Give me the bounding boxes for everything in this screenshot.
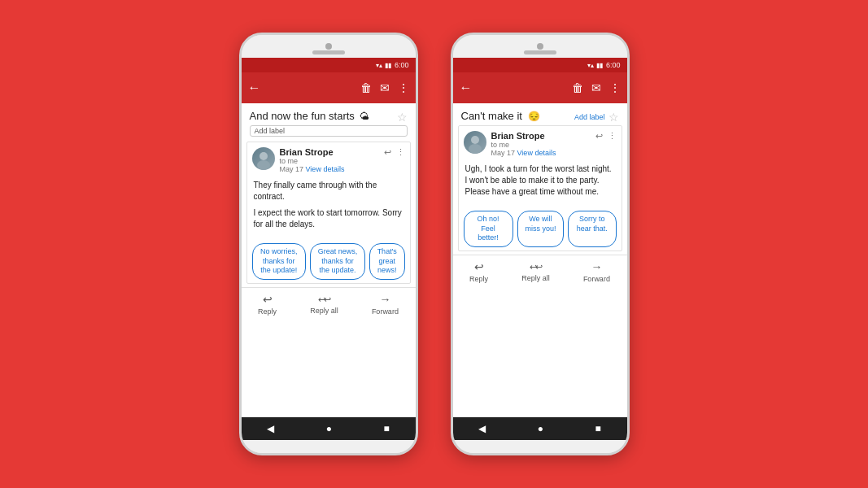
- back-button-1[interactable]: ←: [248, 81, 261, 95]
- sender-name-1: Brian Strope: [280, 147, 379, 157]
- back-button-2[interactable]: ←: [460, 81, 473, 95]
- reply-all-label-1: Reply all: [310, 307, 338, 315]
- phone-1: ▾▴ ▮▮ 6:00 ← 🗑 ✉ ⋮ And now the fun start…: [239, 33, 418, 455]
- action-bar-1: ↩ Reply ↩↩ Reply all → Forward: [242, 287, 416, 319]
- content-2: Can't make it 😔 Add label ☆: [453, 103, 627, 417]
- subject-row-2: Can't make it 😔 Add label ☆: [453, 103, 627, 125]
- date-text-1: May 17: [280, 165, 304, 173]
- smart-replies-2: Oh no! Feel better! We will miss you! So…: [459, 207, 622, 251]
- signal-icon-2: ▮▮: [596, 62, 603, 69]
- forward-icon-action-1: →: [379, 293, 390, 306]
- status-time-1: 6:00: [395, 61, 409, 69]
- reply-all-button-1[interactable]: ↩↩ Reply all: [310, 294, 338, 315]
- reply-button-2[interactable]: ↩ Reply: [469, 260, 488, 283]
- email-header-icons-2: ↩ ⋮: [595, 131, 617, 142]
- reply-all-button-2[interactable]: ↩↩ Reply all: [521, 262, 550, 282]
- reply-label-1: Reply: [258, 307, 277, 316]
- smart-reply-chip-1-0[interactable]: No worries, thanks for the update!: [252, 243, 307, 280]
- reply-label-2: Reply: [469, 275, 488, 283]
- date-text-2: May 17: [491, 149, 516, 157]
- smart-reply-chip-1-2[interactable]: That's great news!: [369, 243, 405, 280]
- sender-date-2: May 17 View details: [491, 149, 591, 157]
- reply-icon-2[interactable]: ↩: [595, 131, 603, 142]
- wifi-icon-1: ▾▴: [376, 62, 382, 69]
- forward-label-1: Forward: [372, 307, 399, 316]
- reply-all-icon-action-1: ↩↩: [318, 294, 329, 305]
- more-icon-1[interactable]: ⋮: [398, 81, 409, 94]
- subject-emoji-1: 🌤: [360, 111, 369, 122]
- avatar-img-2: [464, 131, 486, 154]
- nav-home-1[interactable]: ●: [326, 423, 332, 434]
- phone-1-bottom: [242, 440, 416, 453]
- status-bar-2: ▾▴ ▮▮ 6:00: [453, 58, 627, 72]
- email-card-1: Brian Strope to me May 17 View details ↩…: [246, 142, 411, 284]
- status-icons-2: ▾▴ ▮▮: [587, 62, 603, 69]
- delete-icon-2[interactable]: 🗑: [572, 81, 583, 94]
- more-icon-2[interactable]: ⋮: [609, 81, 621, 94]
- avatar-2: [464, 131, 486, 154]
- mail-icon-2[interactable]: ✉: [591, 81, 601, 94]
- more-header-icon-1[interactable]: ⋮: [396, 147, 405, 158]
- phone-1-top: [242, 35, 416, 58]
- app-bar-icons-1: 🗑 ✉ ⋮: [360, 81, 409, 94]
- forward-icon-action-2: →: [591, 260, 602, 273]
- status-time-2: 6:00: [606, 61, 621, 69]
- forward-button-2[interactable]: → Forward: [583, 260, 610, 283]
- reply-button-1[interactable]: ↩ Reply: [258, 293, 277, 316]
- smart-reply-chip-2-0[interactable]: Oh no! Feel better!: [464, 211, 513, 247]
- phone-2-speaker: [524, 50, 556, 54]
- view-details-1[interactable]: View details: [306, 165, 345, 173]
- app-bar-2: ← 🗑 ✉ ⋮: [453, 72, 627, 103]
- action-bar-2: ↩ Reply ↩↩ Reply all → Forward: [453, 255, 627, 286]
- star-icon-2[interactable]: ☆: [608, 111, 619, 124]
- reply-all-label-2: Reply all: [521, 274, 550, 282]
- svg-point-2: [471, 136, 479, 144]
- content-1: And now the fun starts 🌤 ☆ Add label Bri…: [242, 103, 416, 417]
- view-details-2[interactable]: View details: [517, 149, 556, 157]
- add-label-1[interactable]: Add label: [250, 125, 408, 137]
- app-bar-icons-2: 🗑 ✉ ⋮: [572, 81, 621, 94]
- nav-back-1[interactable]: ◀: [267, 423, 274, 434]
- smart-reply-chip-2-2[interactable]: Sorry to hear that.: [568, 211, 616, 247]
- phone-2: ▾▴ ▮▮ 6:00 ← 🗑 ✉ ⋮ Can't make it 😔: [451, 33, 630, 455]
- phone-1-screen: ▾▴ ▮▮ 6:00 ← 🗑 ✉ ⋮ And now the fun start…: [242, 58, 416, 440]
- signal-icon-1: ▮▮: [385, 62, 391, 69]
- nav-recent-1[interactable]: ■: [384, 423, 390, 434]
- smart-replies-1: No worries, thanks for the update! Great…: [247, 240, 410, 283]
- subject-emoji-2: 😔: [528, 111, 540, 122]
- email-header-2: Brian Strope to me May 17 View details ↩…: [459, 126, 622, 160]
- mail-icon-1[interactable]: ✉: [380, 81, 390, 94]
- reply-all-icon-action-2: ↩↩: [530, 262, 541, 272]
- nav-home-2[interactable]: ●: [538, 423, 543, 434]
- sender-info-1: Brian Strope to me May 17 View details: [280, 147, 379, 173]
- reply-icon-1[interactable]: ↩: [384, 147, 391, 158]
- forward-button-1[interactable]: → Forward: [372, 293, 399, 316]
- phone-2-top: [453, 35, 627, 58]
- smart-reply-chip-1-1[interactable]: Great news, thanks for the update.: [310, 243, 365, 280]
- nav-bar-1: ◀ ● ■: [242, 417, 416, 440]
- phone-2-screen: ▾▴ ▮▮ 6:00 ← 🗑 ✉ ⋮ Can't make it 😔: [453, 58, 627, 440]
- svg-point-0: [260, 152, 268, 160]
- nav-back-2[interactable]: ◀: [478, 423, 486, 434]
- more-header-icon-2[interactable]: ⋮: [608, 131, 617, 142]
- reply-icon-action-2: ↩: [474, 260, 484, 273]
- delete-icon-1[interactable]: 🗑: [360, 81, 372, 94]
- email-header-1: Brian Strope to me May 17 View details ↩…: [247, 142, 410, 176]
- email-body-1: They finally came through with the contr…: [247, 176, 410, 240]
- phone-2-bottom: [453, 440, 627, 453]
- subject-row-1: And now the fun starts 🌤 ☆: [242, 103, 416, 125]
- email-header-icons-1: ↩ ⋮: [384, 147, 405, 158]
- wifi-icon-2: ▾▴: [587, 62, 594, 69]
- avatar-1: [252, 147, 275, 170]
- star-icon-1[interactable]: ☆: [397, 111, 408, 124]
- smart-reply-chip-2-1[interactable]: We will miss you!: [517, 211, 564, 247]
- nav-recent-2[interactable]: ■: [595, 423, 601, 434]
- add-label-2[interactable]: Add label: [574, 113, 605, 121]
- body-para-2: I expect the work to start tomorrow. Sor…: [254, 207, 403, 230]
- nav-bar-2: ◀ ● ■: [453, 417, 627, 440]
- svg-point-1: [257, 160, 270, 170]
- sender-to-1: to me: [280, 157, 379, 165]
- email-subject-2: Can't make it 😔: [461, 110, 574, 124]
- sender-info-2: Brian Strope to me May 17 View details: [491, 131, 591, 157]
- phone-1-speaker: [312, 50, 345, 54]
